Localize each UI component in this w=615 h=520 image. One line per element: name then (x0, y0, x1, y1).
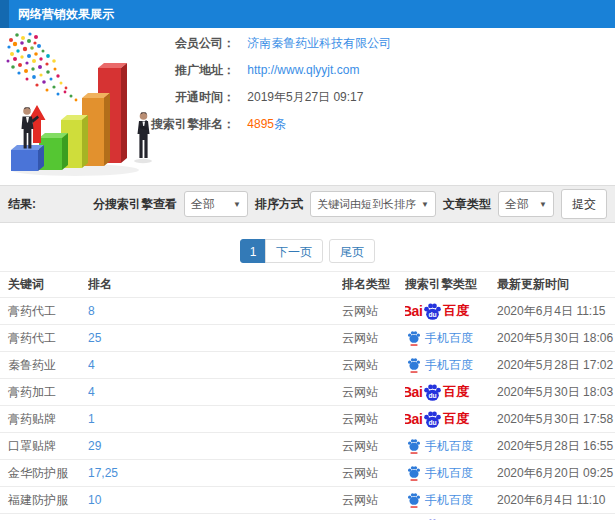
baidu-logo: Bai du 百度 (405, 302, 469, 321)
keyword-cell: 膏药加工 (0, 384, 88, 401)
table-row: 膏药代工 8 云网站 Bai du 百度 2020年6月4日 11:15 (0, 298, 615, 325)
page-1-button[interactable]: 1 (240, 239, 266, 263)
update-time-cell: 2020年6月20日 09:25 (497, 465, 615, 482)
article-type-label: 文章类型 (443, 196, 491, 213)
pagination: 1 下一页 尾页 (0, 239, 615, 263)
member-company-link[interactable]: 济南秦鲁药业科技有限公司 (247, 36, 391, 50)
header-rank: 排名 (88, 276, 342, 293)
rank-link[interactable]: 25 (88, 331, 101, 345)
baidu-paw-icon: du (423, 383, 442, 402)
engine-filter-value: 全部 (191, 196, 215, 213)
table-row: 福建防护服 10 云网站 手机百度 2020年6月4日 11:10 (0, 487, 615, 514)
open-time-row: 开通时间： 2019年5月27日 09:17 (0, 88, 363, 106)
promo-url-link[interactable]: http://www.qlyyjt.com (247, 63, 359, 77)
chevron-down-icon: ▼ (539, 200, 547, 209)
baidu-paw-icon: du (423, 410, 442, 429)
rank-unit: 条 (274, 117, 286, 131)
keyword-cell: 膏药代工 (0, 330, 88, 347)
member-company-row: 会员公司： 济南秦鲁药业科技有限公司 (0, 34, 391, 52)
result-label: 结果: (8, 196, 36, 213)
update-time-cell: 2020年5月28日 16:55 (497, 438, 615, 455)
member-company-label: 会员公司： (0, 34, 235, 52)
update-time-cell: 2020年5月30日 17:58 (497, 411, 615, 428)
article-type-select[interactable]: 全部 ▼ (498, 191, 554, 217)
rank-count: 4895 (247, 117, 274, 131)
open-time-label: 开通时间： (0, 88, 235, 106)
table-row: 金华防护服 17,25 云网站 手机百度 2020年6月20日 09:25 (0, 460, 615, 487)
table-row: 口罩贴牌 29 云网站 手机百度 2020年5月28日 16:55 (0, 433, 615, 460)
article-type-value: 全部 (505, 196, 529, 213)
baidu-paw-icon (407, 465, 421, 481)
page-title: 网络营销效果展示 (18, 0, 114, 28)
engine-rank-value: 4895条 (247, 117, 286, 131)
header-rank-type: 排名类型 (342, 276, 405, 293)
engine-filter-select[interactable]: 全部 ▼ (184, 191, 248, 217)
rank-type-cell: 云网站 (342, 330, 405, 347)
mobile-baidu-logo: 手机百度 (407, 492, 473, 509)
sort-filter-value: 关键词由短到长排序 (317, 197, 416, 212)
engine-filter-label: 分搜索引擎查看 (93, 196, 177, 213)
rank-type-cell: 云网站 (342, 357, 405, 374)
update-time-cell: 2020年5月30日 18:06 (497, 330, 615, 347)
mobile-baidu-logo: 手机百度 (407, 465, 473, 482)
baidu-logo: Bai du 百度 (405, 383, 469, 402)
marketing-report-page: 网络营销效果展示 (0, 0, 615, 520)
chevron-down-icon: ▼ (421, 200, 429, 209)
promo-url-label: 推广地址： (0, 61, 235, 79)
submit-button-label: 提交 (572, 196, 596, 213)
mobile-baidu-logo: 手机百度 (407, 438, 473, 455)
rank-link[interactable]: 1 (88, 412, 95, 426)
keyword-cell: 福建防护服 (0, 492, 88, 509)
update-time-cell: 2020年6月4日 11:10 (497, 492, 615, 509)
rank-link[interactable]: 4 (88, 385, 95, 399)
svg-text:du: du (429, 391, 437, 398)
table-row: 膏药加工 4 云网站 Bai du 百度 2020年5月30日 18:03 (0, 379, 615, 406)
rank-link[interactable]: 4 (88, 358, 95, 372)
rank-link[interactable]: 29 (88, 439, 101, 453)
rank-link[interactable]: 8 (88, 304, 95, 318)
mobile-baidu-logo: 手机百度 (407, 330, 473, 347)
svg-text:du: du (429, 418, 437, 425)
open-time-value: 2019年5月27日 09:17 (247, 90, 363, 104)
bar-blue (11, 145, 44, 171)
header-keyword: 关键词 (0, 276, 88, 293)
rank-type-cell: 云网站 (342, 465, 405, 482)
rank-type-cell: 云网站 (342, 411, 405, 428)
rank-type-cell: 云网站 (342, 303, 405, 320)
rank-type-cell: 云网站 (342, 384, 405, 401)
table-row: 膏药贴牌 1 云网站 Bai du 百度 2020年5月30日 17:58 (0, 406, 615, 433)
baidu-paw-icon (407, 492, 421, 508)
rank-type-cell: 云网站 (342, 492, 405, 509)
keyword-cell: 膏药贴牌 (0, 411, 88, 428)
titlebar: 网络营销效果展示 (0, 0, 615, 28)
update-time-cell: 2020年6月4日 11:15 (497, 303, 615, 320)
keyword-cell: 秦鲁药业 (0, 357, 88, 374)
rank-link[interactable]: 17,25 (88, 466, 118, 480)
engine-rank-row: 搜索引擎排名： 4895条 (0, 115, 286, 133)
promo-url-row: 推广地址： http://www.qlyyjt.com (0, 61, 359, 79)
table-row: 秦鲁药业 4 云网站 手机百度 2020年5月28日 17:02 (0, 352, 615, 379)
table-header-row: 关键词 排名 排名类型 搜索引擎类型 最新更新时间 (0, 271, 615, 298)
filter-bar: 结果: 分搜索引擎查看 全部 ▼ 排序方式 关键词由短到长排序 ▼ 文章类型 全… (0, 185, 615, 223)
sort-filter-select[interactable]: 关键词由短到长排序 ▼ (310, 191, 436, 217)
header-update-time: 最新更新时间 (497, 276, 615, 293)
header-engine-type: 搜索引擎类型 (405, 276, 497, 293)
rank-type-cell: 云网站 (342, 438, 405, 455)
last-page-button[interactable]: 尾页 (329, 239, 375, 263)
bar-chart-illustration (3, 30, 173, 182)
keyword-cell: 膏药代工 (0, 303, 88, 320)
keyword-cell: 口罩贴牌 (0, 438, 88, 455)
baidu-paw-icon (407, 357, 421, 373)
mobile-baidu-logo: 手机百度 (407, 357, 473, 374)
keyword-rank-table: 关键词 排名 排名类型 搜索引擎类型 最新更新时间 膏药代工 8 云网站 Bai… (0, 271, 615, 520)
engine-rank-label: 搜索引擎排名： (0, 115, 235, 133)
table-row: 膏药代工 25 云网站 手机百度 2020年5月30日 18:06 (0, 325, 615, 352)
next-page-button[interactable]: 下一页 (265, 239, 323, 263)
rank-link[interactable]: 10 (88, 493, 101, 507)
update-time-cell: 2020年5月30日 18:03 (497, 384, 615, 401)
baidu-paw-icon: du (423, 302, 442, 321)
keyword-cell: 金华防护服 (0, 465, 88, 482)
svg-text:du: du (429, 310, 437, 317)
update-time-cell: 2020年5月28日 17:02 (497, 357, 615, 374)
submit-button[interactable]: 提交 (561, 189, 607, 219)
